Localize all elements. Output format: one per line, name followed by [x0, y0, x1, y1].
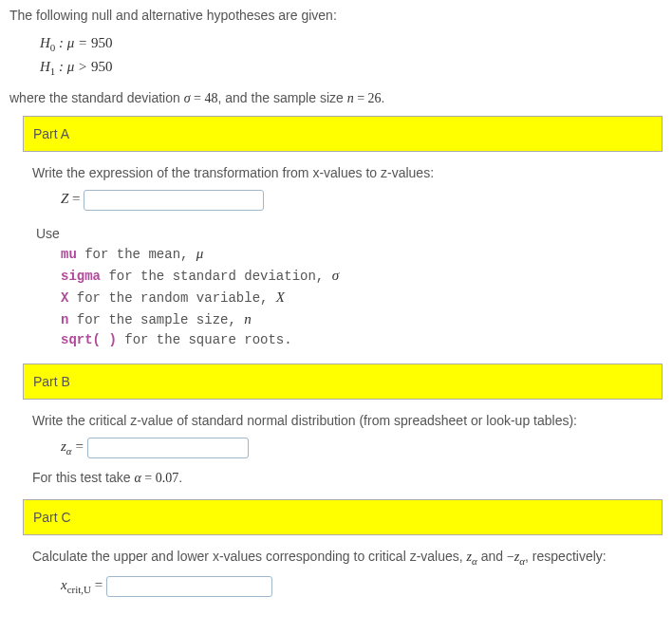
alpha-val: 0.07 [156, 471, 179, 485]
use-block: Use mu for the mean, μ sigma for the sta… [36, 226, 653, 350]
sym-sigma: σ [332, 268, 339, 283]
part-c-body: Calculate the upper and lower x-values c… [23, 549, 663, 597]
n-sym: n [347, 91, 354, 105]
where-line: where the standard deviation σ = 48, and… [9, 90, 663, 106]
where-end: . [382, 90, 385, 105]
zalpha-row: zα = [61, 438, 653, 458]
zalpha-input[interactable] [87, 438, 249, 458]
hypotheses-block: H0 : μ = 950 H1 : μ > 950 [40, 32, 663, 79]
n-val: 26 [368, 91, 382, 105]
code-line-mu: mu for the mean, μ [61, 243, 653, 265]
code-line-n: n for the sample size, n [61, 308, 653, 330]
c-mid: and [477, 549, 507, 564]
h0-mid: : μ = [55, 35, 91, 50]
part-b-prompt: Write the critical z-value of standard n… [32, 413, 653, 428]
intro-text: The following null and alternative hypot… [9, 8, 663, 23]
z-expr-row: Z = [61, 190, 653, 211]
sym-mu: μ [196, 246, 204, 261]
c-end: , respectively: [525, 549, 607, 564]
alpha-end: . [178, 470, 182, 485]
c-pre: Calculate the upper and lower x-values c… [32, 549, 467, 564]
xcrit-row: xcrit,U = [61, 576, 653, 597]
txt-sqrt: for the square roots. [117, 332, 292, 347]
where-mid: , and the sample size [218, 90, 347, 105]
kw-sqrt-close: ) [108, 332, 116, 347]
zalpha-eq: = [72, 438, 87, 454]
h0-H: H [40, 35, 50, 50]
kw-sqrt-open: sqrt( [61, 332, 101, 347]
alpha-line: For this test take α = 0.07. [32, 470, 653, 486]
part-a-prompt: Write the expression of the transformati… [32, 165, 653, 180]
txt-mu: for the mean, [77, 247, 196, 262]
part-a-header: Part A [23, 116, 663, 152]
h1-line: H1 : μ > 950 [40, 56, 663, 80]
h0-val: 950 [91, 35, 113, 50]
part-c-prompt: Calculate the upper and lower x-values c… [32, 549, 653, 567]
sigma-sym: σ [184, 91, 191, 105]
eq1: = [191, 91, 205, 105]
h1-mid: : μ > [55, 59, 91, 74]
txt-x: for the random variable, [68, 290, 275, 306]
h1-H: H [40, 59, 50, 74]
kw-mu: mu [61, 247, 77, 262]
alpha-sym: α [134, 471, 140, 485]
txt-sigma: for the standard deviation, [101, 269, 332, 284]
xcrit-eq: = [91, 577, 106, 592]
code-line-x: X for the random variable, X [61, 287, 653, 308]
alpha-eq: = [141, 471, 156, 485]
c-neg: − [507, 550, 514, 564]
xcrit-input[interactable] [106, 576, 272, 597]
h0-line: H0 : μ = 950 [40, 32, 663, 56]
z-eq: = [68, 191, 84, 206]
z-input[interactable] [84, 190, 264, 211]
part-a-body: Write the expression of the transformati… [23, 165, 663, 350]
h1-val: 950 [91, 59, 113, 74]
code-line-sigma: sigma for the standard deviation, σ [61, 265, 653, 287]
kw-sigma: sigma [61, 269, 101, 284]
code-line-sqrt: sqrt( ) for the square roots. [61, 330, 653, 350]
alpha-pre: For this test take [32, 470, 134, 485]
sym-x: X [276, 289, 285, 305]
txt-n: for the sample size, [68, 312, 244, 327]
xcrit-x: x [61, 577, 67, 592]
sigma-val: 48 [205, 91, 218, 105]
part-b-header: Part B [23, 364, 663, 400]
part-b-body: Write the critical z-value of standard n… [23, 413, 663, 486]
sym-n: n [244, 311, 252, 326]
where-pre: where the standard deviation [9, 90, 184, 105]
xcrit-sub: crit,U [67, 584, 91, 595]
use-title: Use [36, 226, 653, 241]
eq2: = [354, 91, 368, 105]
part-c-header: Part C [23, 499, 663, 535]
code-lines: mu for the mean, μ sigma for the standar… [61, 243, 653, 350]
